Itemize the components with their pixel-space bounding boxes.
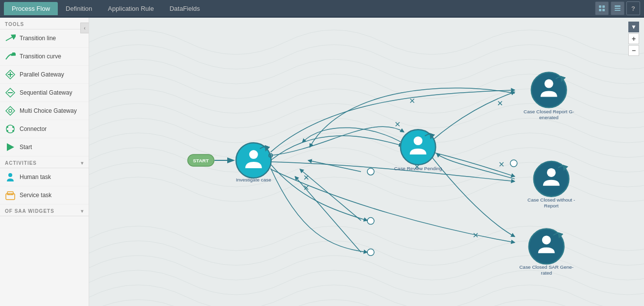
svg-point-59 bbox=[547, 168, 556, 177]
main-layout: ‹ TOOLS ▾ Transition line Transition cur… bbox=[0, 18, 644, 306]
svg-rect-1 bbox=[602, 5, 605, 8]
tool-multi-choice-gateway[interactable]: Multi Choice Gateway bbox=[0, 102, 89, 120]
svg-point-15 bbox=[6, 126, 8, 128]
svg-point-20 bbox=[8, 173, 12, 177]
tool-multi-choice-gateway-label: Multi Choice Gateway bbox=[20, 107, 77, 114]
tab-definition[interactable]: Definition bbox=[58, 2, 100, 15]
tools-section-header: TOOLS ▾ bbox=[0, 18, 89, 29]
grid-icon bbox=[598, 5, 605, 12]
grid-icon-btn[interactable] bbox=[595, 1, 609, 15]
tool-sequential-gateway[interactable]: Sequential Gateway bbox=[0, 84, 89, 102]
tool-transition-curve[interactable]: Transition curve bbox=[0, 48, 89, 66]
svg-text:START: START bbox=[193, 158, 209, 163]
activities-label: ACTIVITIES bbox=[5, 160, 37, 166]
svg-point-62 bbox=[529, 229, 564, 264]
transition-line-icon bbox=[5, 33, 16, 44]
svg-text:Investigate case: Investigate case bbox=[236, 177, 271, 182]
multi-choice-gateway-icon bbox=[5, 105, 16, 116]
human-task-icon bbox=[5, 172, 16, 182]
svg-point-26 bbox=[367, 168, 374, 175]
tab-datafields[interactable]: DataFields bbox=[162, 2, 208, 15]
svg-marker-12 bbox=[6, 106, 15, 115]
header-icons: ? bbox=[595, 1, 640, 15]
svg-text:Report: Report bbox=[544, 203, 559, 208]
svg-point-58 bbox=[534, 161, 569, 197]
activities-chevron[interactable]: ▾ bbox=[81, 160, 84, 166]
collapse-button[interactable]: ‹ bbox=[80, 23, 89, 33]
tool-service-task-label: Service task bbox=[20, 192, 51, 199]
flow-diagram-svg: START Investigate case Case Review Pendi… bbox=[89, 18, 644, 306]
svg-rect-4 bbox=[615, 5, 620, 7]
svg-text:Case Review Pending: Case Review Pending bbox=[394, 166, 442, 171]
widgets-section-header: OF SAA WIDGETS ▾ bbox=[0, 204, 89, 216]
svg-text:Case Closed Report G-: Case Closed Report G- bbox=[524, 109, 574, 114]
tool-parallel-gateway-label: Parallel Gateway bbox=[20, 71, 64, 78]
widgets-label: OF SAA WIDGETS bbox=[5, 208, 54, 214]
help-icon-btn[interactable]: ? bbox=[626, 1, 640, 15]
process-canvas[interactable]: ▼ + − bbox=[89, 18, 644, 306]
widgets-chevron[interactable]: ▾ bbox=[81, 208, 84, 214]
service-task-icon bbox=[5, 190, 16, 201]
activities-section-header: ACTIVITIES ▾ bbox=[0, 156, 89, 168]
svg-point-13 bbox=[9, 109, 12, 112]
tools-label: TOOLS bbox=[5, 22, 24, 27]
tab-application-rule[interactable]: Application Rule bbox=[100, 2, 162, 15]
svg-point-63 bbox=[542, 235, 551, 244]
zoom-in-btn[interactable]: + bbox=[628, 33, 639, 44]
connector-icon bbox=[5, 124, 16, 134]
zoom-arrow-btn[interactable]: ▼ bbox=[628, 22, 639, 32]
tool-start[interactable]: Start bbox=[0, 138, 89, 156]
app-header: Process Flow Definition Application Rule… bbox=[0, 0, 644, 18]
svg-point-51 bbox=[401, 129, 436, 165]
svg-point-49 bbox=[249, 150, 258, 159]
svg-rect-0 bbox=[599, 5, 601, 8]
parallel-gateway-icon bbox=[5, 69, 16, 80]
svg-marker-19 bbox=[7, 143, 14, 151]
zoom-controls: ▼ + − bbox=[628, 22, 639, 56]
sequential-gateway-icon bbox=[5, 87, 16, 98]
svg-point-55 bbox=[545, 79, 553, 88]
start-icon bbox=[5, 142, 16, 153]
transition-curve-icon bbox=[5, 51, 16, 62]
tool-transition-curve-label: Transition curve bbox=[20, 53, 61, 60]
tool-connector[interactable]: Connector bbox=[0, 120, 89, 138]
tool-human-task-label: Human task bbox=[20, 174, 51, 180]
table-icon-btn[interactable] bbox=[611, 1, 624, 15]
svg-point-18 bbox=[12, 130, 14, 132]
tool-transition-line-label: Transition line bbox=[20, 35, 56, 42]
svg-rect-2 bbox=[599, 9, 601, 11]
svg-text:Case Closed SAR Gene-: Case Closed SAR Gene- bbox=[519, 264, 573, 270]
zoom-out-btn[interactable]: − bbox=[628, 45, 639, 56]
svg-rect-3 bbox=[602, 9, 605, 11]
svg-point-52 bbox=[414, 136, 423, 145]
tool-sequential-gateway-label: Sequential Gateway bbox=[20, 89, 72, 96]
svg-text:Case Closed without -: Case Closed without - bbox=[527, 197, 575, 203]
svg-point-17 bbox=[6, 130, 8, 132]
svg-text:rated: rated bbox=[541, 270, 552, 276]
tab-process-flow[interactable]: Process Flow bbox=[4, 2, 58, 15]
tool-service-task[interactable]: Service task bbox=[0, 186, 89, 204]
svg-point-54 bbox=[531, 73, 567, 108]
svg-point-27 bbox=[367, 218, 374, 225]
tool-connector-label: Connector bbox=[20, 126, 47, 132]
svg-rect-5 bbox=[615, 8, 620, 9]
svg-point-66 bbox=[510, 160, 517, 167]
svg-rect-6 bbox=[615, 10, 620, 11]
svg-rect-22 bbox=[7, 192, 13, 195]
table-icon bbox=[614, 5, 621, 12]
svg-text:enerated: enerated bbox=[539, 115, 558, 120]
help-icon: ? bbox=[631, 5, 635, 12]
tool-start-label: Start bbox=[20, 144, 32, 151]
svg-point-16 bbox=[12, 126, 14, 128]
tool-human-task[interactable]: Human task bbox=[0, 168, 89, 186]
tool-parallel-gateway[interactable]: Parallel Gateway bbox=[0, 66, 89, 84]
svg-point-28 bbox=[367, 249, 374, 255]
tool-transition-line[interactable]: Transition line bbox=[0, 29, 89, 48]
sidebar: ‹ TOOLS ▾ Transition line Transition cur… bbox=[0, 18, 89, 306]
